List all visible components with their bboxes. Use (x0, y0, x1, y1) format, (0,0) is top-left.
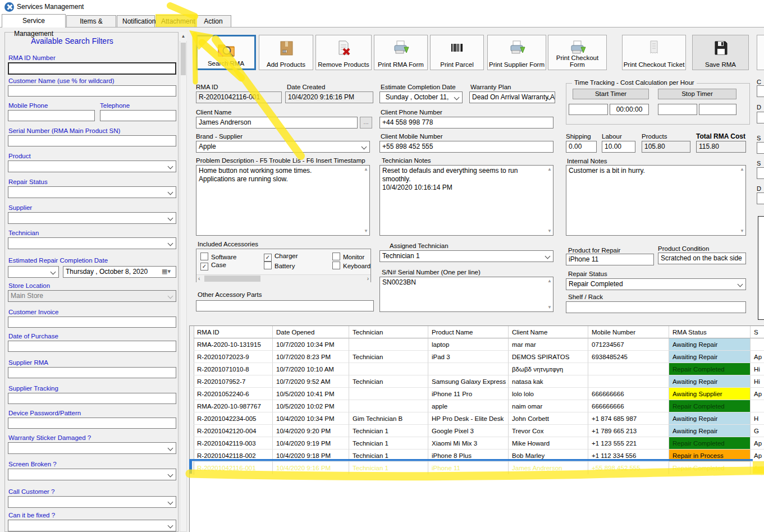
repair-status-select[interactable]: Repair Completed (566, 278, 746, 290)
checkbox-unchecked-icon[interactable] (332, 262, 340, 269)
checkbox-checked-icon[interactable]: ✓ (200, 263, 208, 270)
grid-column-header[interactable]: Date Opened (273, 326, 349, 338)
checkbox-unchecked-icon[interactable] (264, 262, 272, 269)
filter-device-password-input[interactable] (8, 418, 176, 429)
grid-cell-date_opened: 10/4/2020 9:18 PM (273, 450, 349, 462)
assigned-technician-select[interactable]: Technician 1 (379, 250, 553, 262)
scroll-down-icon[interactable]: ▼ (364, 229, 368, 233)
add-products-button[interactable]: Add Products (259, 35, 313, 70)
checkbox-checked-icon[interactable]: ✓ (264, 254, 272, 262)
client-phone-input[interactable]: +44 558 998 778 (379, 117, 553, 129)
accessories-hscroll-thumb[interactable] (204, 276, 260, 282)
filter-repair-status-label: Repair Status (8, 178, 48, 185)
product-for-repair-input[interactable]: iPhone 11 (566, 254, 654, 265)
labour-input[interactable]: 10.00 (602, 141, 635, 153)
scroll-right-icon[interactable]: › (367, 276, 369, 282)
filter-call-customer-select[interactable] (8, 496, 176, 508)
grid-column-header[interactable]: Client Name (509, 326, 588, 338)
product-condition-input[interactable]: Scratched on the back side (658, 253, 746, 264)
scroll-down-icon[interactable]: ▼ (740, 229, 744, 233)
scroll-up-icon[interactable]: ▲ (547, 167, 552, 172)
tab-attachments[interactable]: Attachments (155, 15, 195, 27)
filter-telephone-input[interactable] (100, 110, 176, 121)
print-rma-form-button[interactable]: Print RMA Form (374, 35, 428, 70)
client-browse-button[interactable]: ... (360, 117, 372, 129)
sidebar-scrollbar[interactable] (180, 32, 187, 532)
checkbox-unchecked-icon[interactable] (332, 253, 340, 260)
filter-can-it-be-fixed-select[interactable] (8, 520, 176, 531)
filter-technician-select[interactable] (8, 237, 176, 249)
filter-customer-invoice-input[interactable] (8, 317, 176, 328)
client-mobile-input[interactable]: +55 898 452 555 (379, 141, 553, 153)
filter-date-of-purchase-input[interactable] (8, 341, 176, 352)
scroll-up-icon[interactable]: ▲ (364, 167, 368, 172)
shelf-rack-input[interactable] (566, 301, 746, 313)
technician-notes-textarea[interactable]: Reset to defauls and everything seems to… (379, 165, 553, 236)
checkbox-unchecked-icon[interactable] (200, 253, 208, 260)
calendar-icon[interactable]: ▦▾ (162, 268, 171, 275)
brand-supplier-select[interactable]: Apple (196, 141, 370, 153)
internal-notes-textarea[interactable]: Customer is a bit in hurry.▲▼ (566, 165, 746, 236)
tab-items-services[interactable]: Items & Services (66, 15, 116, 27)
filter-rma-id-input[interactable] (8, 62, 176, 75)
filter-screen-broken-label: Screen Broken ? (8, 461, 57, 467)
toolbar-button-partial[interactable] (757, 35, 764, 70)
filter-est-repair-date-picker[interactable]: Thursday , October 8, 2020 (63, 266, 176, 278)
filter-mobile-phone-input[interactable] (8, 110, 95, 121)
grid-column-header[interactable]: Mobile Number (588, 326, 669, 338)
grid-cell-supplier: Ap (751, 450, 764, 462)
toolbar-button-label: Add Products (259, 61, 313, 68)
accessory-checkbox-charger[interactable]: ✓Charger (264, 253, 298, 262)
filter-supplier-select[interactable] (8, 212, 176, 224)
tab-service-management[interactable]: Service Management (2, 14, 66, 27)
grid-cell-mobile: +1 123 555 221 (588, 437, 669, 450)
problem-description-textarea[interactable]: Home button not working some times. Appl… (196, 165, 370, 236)
stop-timer-button[interactable]: Stop Timer (658, 89, 736, 99)
filter-product-select[interactable] (8, 160, 176, 172)
warranty-plan-select[interactable]: Dead On Arrival Warranty Aı (469, 91, 555, 103)
save-rma-button[interactable]: Save RMA (692, 35, 749, 70)
print-parcel-button[interactable]: Print Parcel (430, 35, 484, 70)
tab-action-logs[interactable]: Action Logs (195, 15, 231, 27)
grid-column-header[interactable]: S (751, 326, 764, 338)
print-supplier-form-button[interactable]: Print Supplier Form (487, 35, 546, 70)
shipping-input[interactable]: 0.00 (566, 141, 597, 153)
scroll-down-icon[interactable]: ▼ (547, 229, 552, 233)
filter-est-repair-date-mode-select[interactable] (8, 266, 59, 278)
estimate-completion-date-picker[interactable]: Sunday , October 11, (379, 91, 463, 103)
chevron-down-icon (168, 164, 173, 169)
grid-column-header[interactable]: RMA Status (669, 326, 751, 338)
other-accessory-parts-input[interactable] (196, 300, 374, 311)
print-checkout-ticket-button[interactable]: Print Checkout Ticket (622, 35, 686, 70)
sidebar-scrollbar-thumb[interactable] (181, 43, 186, 75)
accessory-checkbox-software[interactable]: Software (200, 253, 236, 261)
scroll-up-icon[interactable]: ▲ (547, 279, 552, 283)
grid-column-header[interactable]: Technician (349, 326, 428, 338)
edge-partial-label: S (757, 135, 761, 141)
accessory-checkbox-monitor[interactable]: Monitor (332, 253, 364, 261)
accessory-checkbox-keyboard[interactable]: Keyboard (332, 262, 370, 270)
tab-notifications[interactable]: Notifications (117, 15, 155, 27)
filter-serial-number-input[interactable] (8, 135, 176, 146)
client-name-input[interactable]: James Andrerson (196, 117, 358, 129)
filter-repair-status-select[interactable] (8, 186, 176, 198)
grid-column-header[interactable]: RMA ID (194, 326, 273, 338)
grid-column-header[interactable]: Product Name (428, 326, 509, 338)
search-rma-button[interactable]: Search RMA (196, 35, 256, 70)
scroll-left-icon[interactable]: ‹ (198, 276, 200, 282)
filter-supplier-tracking-input[interactable] (8, 393, 176, 404)
accessory-checkbox-case[interactable]: ✓Case (200, 262, 226, 270)
filter-warranty-sticker-select[interactable] (8, 442, 176, 454)
filter-customer-name-input[interactable] (8, 85, 176, 97)
accessory-checkbox-battery[interactable]: Battery (264, 262, 295, 270)
scrollbar-up-arrow-icon[interactable]: ▲ (180, 32, 187, 41)
scroll-down-icon[interactable]: ▼ (547, 305, 552, 310)
accessories-hscrollbar[interactable]: ‹ › (196, 274, 370, 282)
start-timer-button[interactable]: Start Timer (573, 89, 649, 99)
filter-screen-broken-select[interactable] (8, 469, 176, 480)
filter-supplier-rma-input[interactable] (8, 367, 176, 378)
serial-number-textarea[interactable]: SN0023BN▲▼ (379, 277, 553, 312)
remove-products-button[interactable]: Remove Products (315, 35, 372, 70)
print-checkout-form-button[interactable]: Print Checkout Form (548, 35, 607, 70)
scroll-up-icon[interactable]: ▲ (740, 167, 744, 172)
